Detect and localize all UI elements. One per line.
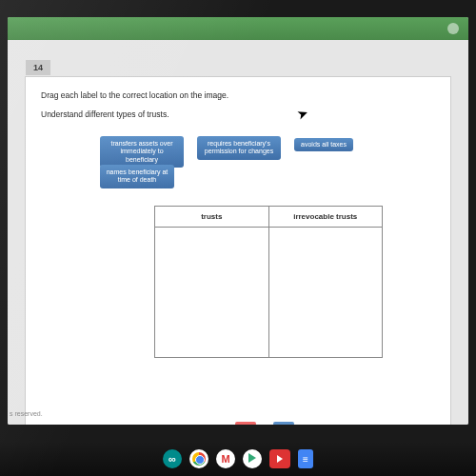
instruction-text-1: Drag each label to the correct location … bbox=[41, 90, 228, 100]
page-background: 14 Drag each label to the correct locati… bbox=[8, 40, 468, 425]
cursor-icon: ➤ bbox=[295, 104, 311, 122]
drag-label-3[interactable]: avoids all taxes bbox=[294, 138, 353, 151]
column-header-2: irrevocable trusts bbox=[269, 207, 383, 227]
column-header-1: trusts bbox=[155, 207, 269, 227]
drop-zone-1[interactable] bbox=[155, 228, 269, 357]
drag-label-1[interactable]: transfers assets over immediately to ben… bbox=[100, 136, 184, 168]
chromeos-shelf[interactable]: ∞ M bbox=[0, 442, 476, 476]
drop-zone-2[interactable] bbox=[269, 228, 383, 357]
nav-dot-prev[interactable] bbox=[235, 422, 256, 425]
laptop-screen: 14 Drag each label to the correct locati… bbox=[8, 17, 468, 425]
docs-icon[interactable] bbox=[298, 449, 313, 468]
chrome-icon[interactable] bbox=[189, 449, 208, 468]
app-icon-1[interactable]: ∞ bbox=[163, 449, 182, 468]
play-icon[interactable] bbox=[243, 449, 262, 468]
browser-toolbar[interactable] bbox=[8, 17, 468, 40]
drag-label-2[interactable]: requires beneficiary's permission for ch… bbox=[197, 136, 281, 160]
table-body bbox=[155, 228, 382, 357]
nav-hint bbox=[235, 422, 294, 425]
question-card: 14 Drag each label to the correct locati… bbox=[25, 76, 451, 425]
table-header: trusts irrevocable trusts bbox=[155, 207, 382, 228]
instruction-text-2: Understand different types of trusts. bbox=[41, 109, 169, 119]
nav-dot-next[interactable] bbox=[273, 422, 294, 425]
gmail-icon[interactable]: M bbox=[216, 449, 235, 468]
question-number-badge: 14 bbox=[26, 60, 50, 75]
youtube-icon[interactable] bbox=[269, 449, 290, 468]
drop-table: trusts irrevocable trusts bbox=[154, 206, 383, 358]
drag-label-4[interactable]: names beneficiary at time of death bbox=[100, 165, 174, 188]
copyright-text: s reserved. bbox=[10, 410, 43, 417]
